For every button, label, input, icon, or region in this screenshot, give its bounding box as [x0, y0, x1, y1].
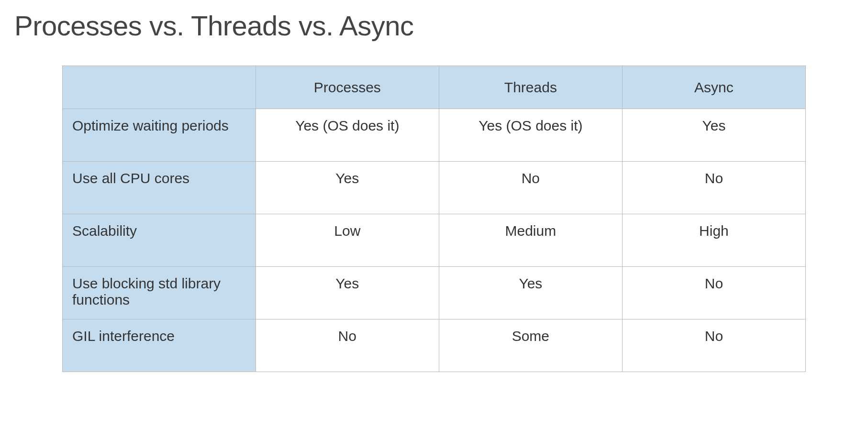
- cell-value: No: [439, 162, 622, 214]
- cell-value: High: [622, 214, 805, 267]
- cell-value: Yes (OS does it): [256, 109, 439, 162]
- page-title: Processes vs. Threads vs. Async: [14, 10, 854, 42]
- cell-value: Yes: [256, 267, 439, 319]
- table-row: Use blocking std library functions Yes Y…: [63, 267, 806, 319]
- table-row: Use all CPU cores Yes No No: [63, 162, 806, 214]
- row-label: Use blocking std library functions: [63, 267, 256, 319]
- table-wrapper: Processes Threads Async Optimize waiting…: [14, 66, 854, 372]
- table-header-async: Async: [622, 66, 805, 109]
- row-label: Use all CPU cores: [63, 162, 256, 214]
- cell-value: Low: [256, 214, 439, 267]
- cell-value: Yes (OS does it): [439, 109, 622, 162]
- row-label: Scalability: [63, 214, 256, 267]
- row-label: GIL interference: [63, 319, 256, 372]
- cell-value: Yes: [439, 267, 622, 319]
- row-label: Optimize waiting periods: [63, 109, 256, 162]
- cell-value: Some: [439, 319, 622, 372]
- table-row: GIL interference No Some No: [63, 319, 806, 372]
- comparison-table: Processes Threads Async Optimize waiting…: [62, 66, 806, 372]
- cell-value: No: [622, 162, 805, 214]
- cell-value: Yes: [622, 109, 805, 162]
- table-row: Scalability Low Medium High: [63, 214, 806, 267]
- table-header-corner: [63, 66, 256, 109]
- table-row: Optimize waiting periods Yes (OS does it…: [63, 109, 806, 162]
- cell-value: No: [622, 319, 805, 372]
- cell-value: No: [622, 267, 805, 319]
- table-header-row: Processes Threads Async: [63, 66, 806, 109]
- cell-value: Medium: [439, 214, 622, 267]
- cell-value: No: [256, 319, 439, 372]
- table-header-processes: Processes: [256, 66, 439, 109]
- table-header-threads: Threads: [439, 66, 622, 109]
- cell-value: Yes: [256, 162, 439, 214]
